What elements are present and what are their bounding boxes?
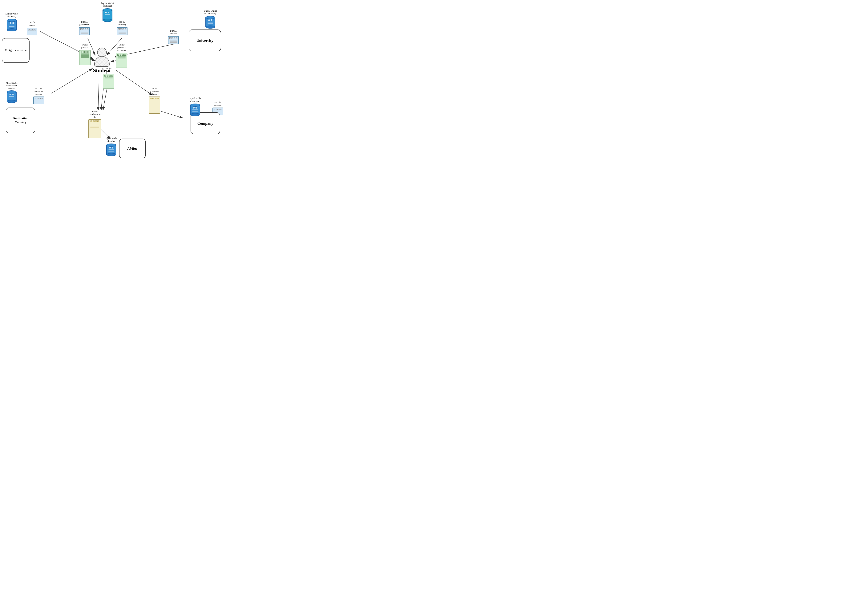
did-country-doc: DID forcountry <box>27 21 37 35</box>
dw-country: Digital Wallet of country <box>4 12 20 32</box>
destination-country-box: Destination Country <box>6 108 35 133</box>
did-government-doc: DID forgovernment <box>79 21 90 35</box>
did-students-doc: DID forstudents <box>168 29 179 44</box>
vc-graduation-doc: VC forgraduationand degree <box>116 43 127 68</box>
dw-university: Digital Walletof university <box>204 9 217 29</box>
svg-line-10 <box>158 111 183 118</box>
svg-line-11 <box>98 76 99 111</box>
dw-company: Digital Walletof company <box>188 97 201 116</box>
university-box: University <box>188 29 221 52</box>
dw-airline: Digital Walletof airline <box>105 137 117 156</box>
student-head <box>97 48 107 57</box>
student-label: Student <box>93 67 111 73</box>
student-body <box>94 56 109 67</box>
vp-permission-doc: VP forpermission tofly <box>88 110 101 138</box>
origin-country-box: Origin country <box>2 38 30 63</box>
dw-destination: Digital Walletof destinationcountry <box>6 82 18 103</box>
svg-line-8 <box>52 68 93 93</box>
dw-student: Digital Walletof student <box>101 2 114 22</box>
svg-line-9 <box>116 70 152 95</box>
did-destination-doc: DID fordestinationcountry <box>33 87 44 104</box>
airline-box: Airline <box>119 139 146 158</box>
vp-graduation-doc: VP forgraduationand degree <box>149 87 160 114</box>
diagram: Digital Wallet of country Digital Wallet… <box>0 0 229 158</box>
vc-passport-doc: VC forpassport <box>79 43 91 65</box>
did-university-doc: DID foruniversity <box>117 21 128 35</box>
student-figure: Student <box>93 48 111 73</box>
